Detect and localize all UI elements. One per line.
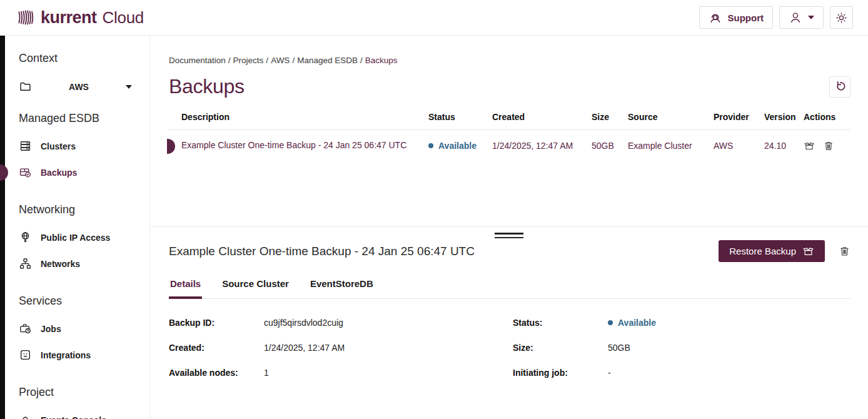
tab-source-cluster[interactable]: Source Cluster (221, 278, 290, 299)
field-label: Status: (513, 318, 608, 328)
sidebar-item-label: Backups (41, 168, 77, 178)
breadcrumb-projects[interactable]: Projects (233, 56, 264, 65)
col-version: Version (764, 112, 804, 122)
status-text: Available (618, 318, 656, 328)
tab-details[interactable]: Details (169, 278, 202, 299)
open-box-icon (804, 140, 815, 151)
breadcrumb-current: Backups (365, 56, 398, 65)
sun-icon (835, 11, 848, 24)
folder-icon (19, 80, 32, 93)
context-selector[interactable]: AWS (19, 80, 132, 93)
tab-eventstoredb[interactable]: EventStoreDB (309, 278, 375, 299)
backup-id-value: cu9jf5qirsdvlod2cuig (264, 318, 513, 328)
backup-description-link[interactable]: Example Cluster One-time Backup - 24 Jan… (169, 139, 428, 151)
col-size: Size (592, 112, 628, 122)
user-menu-button[interactable] (779, 6, 824, 29)
table-header: Description Status Created Size Source P… (169, 112, 850, 130)
sidebar-item-networks[interactable]: Networks (0, 251, 149, 276)
col-created: Created (492, 112, 592, 122)
sidebar-item-backups[interactable]: Backups (0, 160, 149, 184)
sidebar: Context AWS Managed ESDB Clusters Backup… (0, 36, 150, 419)
created-cell: 1/24/2025, 12:47 AM (492, 141, 592, 151)
caret-down-icon (808, 16, 814, 19)
undo-arrow-icon (834, 80, 847, 93)
sidebar-heading-project: Project (0, 386, 149, 399)
sidebar-item-clusters[interactable]: Clusters (0, 134, 149, 158)
breadcrumb-documentation[interactable]: Documentation (169, 56, 226, 65)
active-item-indicator (0, 164, 8, 181)
breadcrumb-separator: / (358, 56, 365, 65)
restore-backup-button[interactable]: Restore Backup (719, 240, 825, 262)
panel-divider (150, 226, 868, 227)
person-icon (789, 11, 802, 24)
field-backup-id: Backup ID: cu9jf5qirsdvlod2cuig (169, 318, 513, 328)
status-cell: Available (428, 141, 492, 151)
col-description: Description (169, 112, 428, 122)
field-size: Size: 50GB (513, 343, 850, 353)
sidebar-item-label: Events Console (41, 415, 106, 419)
field-label: Initiating job: (513, 368, 608, 378)
sidebar-item-public-ip-access[interactable]: Public IP Access (0, 225, 149, 250)
theme-toggle-button[interactable] (830, 6, 853, 29)
col-status: Status (428, 112, 492, 122)
breadcrumb-managed-esdb[interactable]: Managed ESDB (297, 56, 358, 65)
support-label: Support (728, 13, 764, 23)
sidebar-item-integrations[interactable]: Integrations (0, 343, 149, 367)
sidebar-item-jobs[interactable]: Jobs (0, 316, 149, 341)
sidebar-item-label: Clusters (41, 141, 76, 151)
field-available-nodes: Available nodes: 1 (169, 368, 513, 378)
brand-suffix: Cloud (103, 8, 144, 28)
sidebar-heading-services: Services (0, 295, 149, 308)
size-cell: 50GB (592, 141, 628, 151)
col-source: Source (628, 112, 714, 122)
refresh-button[interactable] (829, 76, 850, 98)
kurrent-cloud-logo[interactable]: kurrent Cloud (18, 8, 144, 28)
panel-title: Example Cluster One-time Backup - 24 Jan… (169, 245, 475, 258)
kurrent-waves-icon (18, 9, 35, 26)
page-title: Backups (169, 75, 245, 98)
brand-name: kurrent (41, 8, 97, 28)
version-cell: 24.10 (764, 141, 804, 151)
status-dot (608, 320, 613, 325)
breadcrumb-separator: / (226, 56, 233, 65)
trash-icon (823, 140, 834, 151)
sidebar-item-label: Networks (41, 259, 80, 269)
trash-icon (839, 245, 850, 257)
field-label: Created: (169, 343, 264, 353)
left-edge-bar (0, 36, 5, 419)
restore-backup-action-button[interactable] (804, 140, 815, 151)
field-status: Status: Available (513, 318, 850, 328)
table-row[interactable]: Example Cluster One-time Backup - 24 Jan… (169, 130, 850, 162)
status-label: Available (438, 141, 477, 151)
delete-backup-button[interactable] (839, 245, 850, 257)
field-label: Available nodes: (169, 368, 264, 378)
breadcrumb: Documentation/Projects/AWS/Managed ESDB/… (169, 36, 850, 65)
topbar-actions: Support (699, 6, 854, 29)
caret-down-icon (126, 85, 132, 89)
panel-drag-handle[interactable] (495, 233, 523, 238)
status-dot (428, 143, 433, 148)
sidebar-heading-networking: Networking (0, 203, 149, 216)
actions-cell (804, 140, 850, 151)
sidebar-item-label: Integrations (41, 350, 91, 360)
breadcrumb-aws[interactable]: AWS (271, 56, 290, 65)
status-value: Available (608, 318, 850, 328)
initiating-job-value: - (608, 368, 850, 378)
globe-icon (19, 231, 32, 244)
col-actions: Actions (804, 112, 850, 122)
briefcase-clock-icon (19, 322, 32, 335)
support-button[interactable]: Support (699, 6, 774, 29)
sidebar-item-events-console[interactable]: Events Console (0, 408, 149, 419)
delete-backup-action-button[interactable] (823, 140, 834, 151)
field-label: Backup ID: (169, 318, 264, 328)
field-initiating-job: Initiating job: - (513, 368, 850, 378)
breadcrumb-separator: / (263, 56, 271, 65)
size-value: 50GB (608, 343, 850, 353)
col-provider: Provider (714, 112, 764, 122)
main-content: Documentation/Projects/AWS/Managed ESDB/… (150, 36, 868, 419)
backup-box-check-icon (19, 166, 32, 179)
top-bar: kurrent Cloud Support (0, 0, 868, 36)
source-cell: Example Cluster (628, 141, 714, 151)
restore-backup-label: Restore Backup (729, 246, 796, 256)
field-created: Created: 1/24/2025, 12:47 AM (169, 343, 513, 353)
